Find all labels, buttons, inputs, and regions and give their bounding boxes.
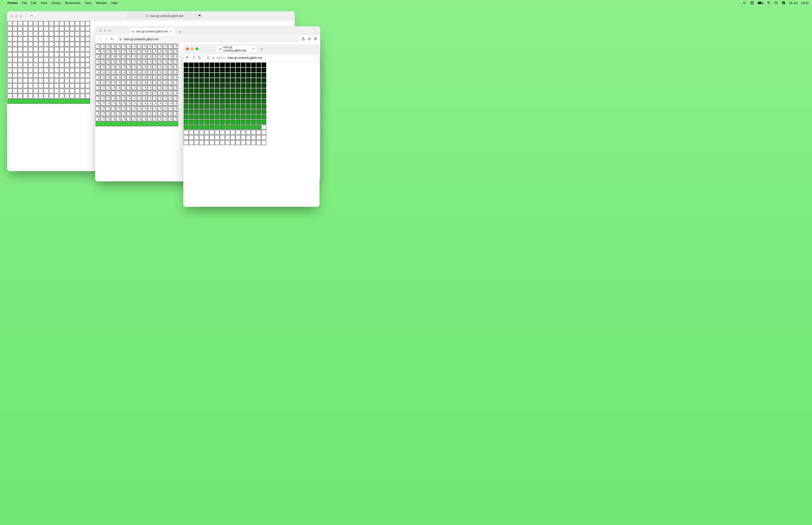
grid-cell (220, 62, 225, 67)
grid-cell (168, 54, 173, 59)
sidebar-chevron-icon[interactable] (31, 14, 33, 18)
grid-cell (18, 99, 22, 104)
grid-cell (111, 121, 116, 126)
chrome-new-tab-button[interactable]: ＋ (177, 29, 183, 35)
menu-view[interactable]: View (41, 1, 47, 5)
grid-cell (137, 70, 142, 74)
grid-cell (158, 101, 163, 106)
grid-cell (251, 104, 256, 109)
grid-cell (121, 59, 126, 64)
grid-cell (256, 99, 261, 103)
grid-cell (246, 99, 251, 103)
chrome-address-bar[interactable]: max-gl-contexts.glitch.me (116, 36, 299, 43)
grid-cell (246, 83, 251, 88)
grid-cell (49, 31, 54, 36)
grid-cell (256, 120, 261, 124)
firefox-reload-icon[interactable] (198, 56, 202, 60)
control-center-icon[interactable] (782, 1, 785, 5)
safari-traffic-lights[interactable] (7, 15, 26, 17)
menu-history[interactable]: History (51, 1, 61, 5)
grid-cell (85, 31, 90, 36)
grid-cell (7, 63, 12, 68)
firefox-back-icon[interactable] (186, 56, 189, 60)
grid-cell (132, 85, 137, 90)
grid-cell (121, 85, 126, 90)
grid-cell (70, 89, 75, 93)
now-playing-icon[interactable] (750, 1, 754, 5)
grid-cell (85, 73, 90, 78)
chrome-canvas-grid (95, 43, 179, 127)
grid-cell (225, 62, 230, 67)
grid-cell (121, 106, 126, 111)
grid-cell (70, 99, 75, 104)
menu-window[interactable]: Window (96, 1, 107, 5)
chrome-traffic-lights[interactable] (98, 26, 114, 35)
grid-cell (173, 101, 178, 106)
grid-cell (199, 140, 204, 145)
grid-cell (127, 75, 131, 79)
grid-cell (101, 80, 106, 85)
spotlight-icon[interactable] (774, 1, 778, 5)
grid-cell (184, 73, 188, 77)
grid-cell (204, 135, 209, 140)
menu-help[interactable]: Help (111, 1, 118, 5)
menu-time[interactable]: 10:32 (801, 1, 809, 5)
safari-reload-icon[interactable] (198, 14, 201, 18)
grid-cell (33, 37, 38, 41)
menu-date[interactable]: 26 Jul (789, 1, 797, 5)
grid-cell (189, 88, 194, 93)
tracking-shield-icon[interactable] (206, 56, 210, 59)
tab-close-icon[interactable]: ✕ (252, 47, 255, 50)
menu-tools[interactable]: Tools (85, 1, 92, 5)
grid-cell (142, 59, 147, 64)
grid-cell (184, 140, 188, 145)
grid-cell (153, 49, 157, 54)
grid-cell (44, 52, 48, 57)
grid-cell (75, 78, 80, 83)
firefox-toolbar: https://max-gl-contexts.glitch.me (183, 53, 320, 62)
firefox-traffic-lights[interactable] (186, 47, 202, 50)
grid-cell (28, 47, 33, 52)
grid-cell (137, 75, 142, 79)
grid-cell (251, 73, 256, 77)
menu-edit[interactable]: Edit (31, 1, 36, 5)
grid-cell (80, 68, 85, 73)
chrome-extensions-icon[interactable] (314, 37, 318, 41)
grid-cell (230, 109, 235, 114)
grid-cell (215, 83, 219, 88)
grid-cell (137, 116, 142, 121)
firefox-address-bar[interactable]: https://max-gl-contexts.glitch.me (204, 54, 317, 61)
grid-cell (132, 64, 137, 69)
grid-cell (189, 99, 194, 103)
grid-cell (153, 96, 157, 100)
grid-cell (236, 135, 240, 140)
grid-cell (116, 75, 121, 79)
menu-file[interactable]: File (22, 1, 27, 5)
chrome-forward-icon (104, 37, 108, 41)
menubar-app-name[interactable]: Firefox (7, 1, 18, 5)
grid-cell (49, 63, 54, 68)
safari-address-bar[interactable]: max-gl-contexts.glitch.me (126, 13, 203, 19)
chrome-reload-icon[interactable] (110, 37, 114, 41)
battery-icon[interactable] (758, 2, 763, 4)
grid-cell (142, 80, 147, 85)
firefox-tab-title: max-gl-contexts.glitch.me/ (223, 46, 250, 52)
grid-cell (261, 140, 266, 145)
tab-close-icon[interactable]: ✕ (170, 30, 172, 33)
grammarly-icon[interactable]: G (743, 1, 747, 5)
chrome-bookmark-icon[interactable] (308, 37, 311, 41)
grid-cell (189, 62, 194, 67)
grid-cell (65, 47, 69, 52)
wifi-icon[interactable] (767, 1, 770, 5)
grid-cell (210, 88, 214, 93)
firefox-tab[interactable]: ∞ max-gl-contexts.glitch.me/ ✕ (216, 45, 257, 52)
grid-cell (246, 135, 251, 140)
firefox-new-tab-button[interactable]: ＋ (258, 46, 264, 52)
menu-bookmarks[interactable]: Bookmarks (65, 1, 80, 5)
grid-cell (96, 116, 100, 121)
grid-cell (256, 109, 261, 114)
grid-cell (184, 99, 188, 103)
grid-cell (116, 101, 121, 106)
chrome-share-icon[interactable] (302, 37, 305, 41)
chrome-tab[interactable]: ∞ max-gl-contexts.glitch.me ✕ (128, 28, 175, 35)
